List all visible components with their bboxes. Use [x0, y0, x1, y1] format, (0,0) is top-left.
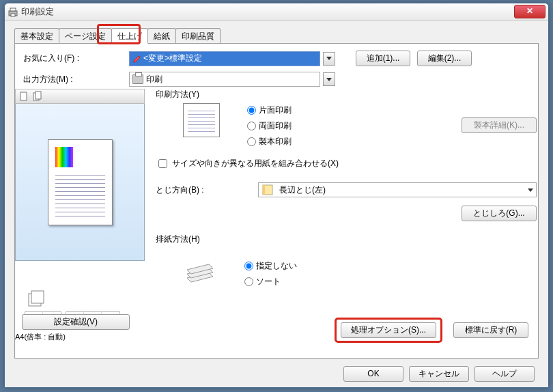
preview-area: A4(倍率 : 自動) [15, 89, 145, 314]
radio-single-sided[interactable]: 片面印刷 [247, 104, 292, 116]
mix-paper-label: サイズや向きが異なる用紙を組み合わせる(X) [172, 158, 339, 169]
confirm-settings-button[interactable]: 設定確認(V) [22, 314, 130, 330]
edit-favorite-button[interactable]: 編集(2)... [417, 51, 472, 66]
pencil-icon [132, 54, 142, 64]
output-stack-icon [183, 259, 217, 286]
close-button[interactable]: ✕ [514, 5, 545, 18]
finishing-options: 印刷方法(Y) 片面印刷 両面印刷 製本印刷 製本詳細(K)... サイズや向き… [156, 89, 537, 351]
radio-output-none[interactable]: 指定しない [244, 260, 297, 272]
highlight-process: 処理オプション(S)... [335, 318, 442, 343]
window-title: 印刷設定 [21, 6, 54, 18]
gutter-button[interactable]: とじしろ(G)... [462, 206, 537, 221]
binding-label: とじ方向(B) : [156, 184, 258, 196]
output-method-group-label: 排紙方法(H) [156, 234, 537, 245]
mix-paper-checkbox[interactable] [158, 159, 167, 168]
print-method-label: 印刷方法(Y) [156, 89, 537, 100]
process-options-button[interactable]: 処理オプション(S)... [341, 322, 436, 338]
svg-rect-1 [10, 8, 16, 11]
favorite-label: お気に入り(F) : [23, 53, 129, 64]
output-method-arrow[interactable] [323, 72, 335, 86]
printer-small-icon [132, 74, 143, 84]
binding-icon [261, 184, 275, 196]
dialog-footer: OK キャンセル ヘルプ [5, 360, 548, 387]
preview-toolbar [15, 89, 145, 104]
favorite-dropdown-arrow[interactable] [323, 52, 335, 66]
reset-defaults-button[interactable]: 標準に戻す(R) [453, 322, 528, 338]
titlebar: 印刷設定 ✕ [5, 3, 548, 21]
svg-rect-5 [36, 92, 41, 99]
tab-page[interactable]: ページ設定 [59, 28, 112, 43]
favorite-value: <変更>標準設定 [143, 53, 202, 64]
page-preview [48, 139, 113, 225]
svg-rect-3 [20, 92, 27, 100]
binding-value: 長辺とじ(左) [279, 184, 326, 196]
dialog-body: 基本設定 ページ設定 仕上げ 給紙 印刷品質 お気に入り(F) : <変更>標準… [5, 21, 548, 387]
svg-rect-2 [11, 14, 15, 16]
svg-rect-7 [31, 291, 44, 303]
radio-output-sort[interactable]: ソート [244, 276, 297, 288]
rainbow-swatch [55, 147, 73, 167]
cancel-button[interactable]: キャンセル [409, 366, 469, 382]
favorite-combo[interactable]: <変更>標準設定 [129, 51, 320, 66]
tab-strip: 基本設定 ページ設定 仕上げ 給紙 印刷品質 [14, 28, 220, 43]
tab-quality[interactable]: 印刷品質 [175, 28, 221, 43]
output-method-value: 印刷 [146, 74, 162, 85]
help-button[interactable]: ヘルプ [474, 366, 535, 382]
page-icon[interactable] [18, 91, 29, 102]
tab-basic[interactable]: 基本設定 [14, 28, 59, 43]
ok-button[interactable]: OK [343, 366, 403, 382]
pages-icon[interactable] [32, 91, 43, 102]
binding-combo[interactable]: 長辺とじ(左) [258, 182, 537, 197]
output-method-label: 出力方法(M) : [23, 74, 129, 85]
preview-lines [55, 171, 105, 218]
add-favorite-button[interactable]: 追加(1)... [356, 51, 410, 66]
print-settings-window: 印刷設定 ✕ 基本設定 ページ設定 仕上げ 給紙 印刷品質 お気に入り(F) :… [4, 3, 549, 388]
tab-panel: お気に入り(F) : <変更>標準設定 追加(1)... 編集(2)... 出力… [14, 43, 539, 359]
printer-icon [8, 7, 18, 18]
tab-paper[interactable]: 給紙 [147, 28, 176, 43]
preview-box [15, 104, 145, 261]
binding-arrow-icon [528, 188, 533, 192]
tab-finishing[interactable]: 仕上げ [111, 28, 148, 44]
preview-size-text: A4(倍率 : 自動) [15, 332, 66, 342]
output-method-combo[interactable]: 印刷 [129, 72, 320, 87]
booklet-detail-button: 製本詳細(K)... [462, 117, 537, 133]
svg-rect-16 [263, 185, 265, 195]
print-method-icon [183, 103, 220, 137]
radio-double-sided[interactable]: 両面印刷 [247, 120, 292, 132]
stack-icon [26, 288, 46, 309]
radio-booklet[interactable]: 製本印刷 [247, 136, 292, 148]
